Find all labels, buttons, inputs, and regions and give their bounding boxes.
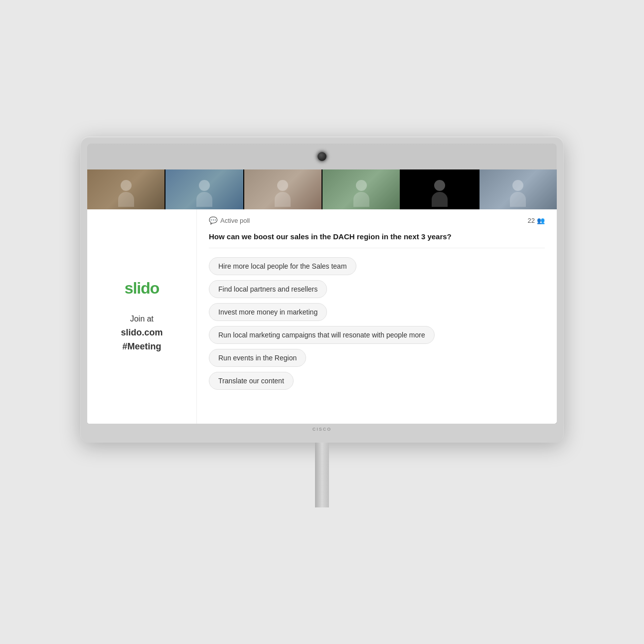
participants-info: 22 👥 bbox=[528, 217, 545, 224]
stand-base bbox=[315, 497, 329, 507]
video-tile bbox=[322, 169, 400, 209]
person-silhouette bbox=[322, 169, 400, 209]
stand-neck bbox=[315, 443, 329, 497]
poll-option-6[interactable]: Translate our content bbox=[209, 372, 294, 390]
monitor-bottom: cisco bbox=[87, 424, 557, 433]
participants-count: 22 bbox=[528, 217, 535, 224]
poll-header: 💬 Active poll 22 👥 bbox=[209, 216, 545, 224]
cisco-logo: cisco bbox=[313, 427, 332, 432]
join-info: Join at slido.com #Meeting bbox=[121, 313, 162, 354]
options-list: Hire more local people for the Sales tea… bbox=[209, 257, 545, 390]
participants-icon: 👥 bbox=[537, 217, 545, 224]
video-strip bbox=[87, 169, 557, 209]
poll-option-5[interactable]: Run events in the Region bbox=[209, 349, 306, 367]
person-silhouette bbox=[401, 169, 478, 209]
video-tile bbox=[480, 169, 557, 209]
screen-bezel: slido Join at slido.com #Meeting 💬 Activ… bbox=[87, 169, 557, 424]
content-area: slido Join at slido.com #Meeting 💬 Activ… bbox=[87, 209, 557, 424]
person-silhouette bbox=[87, 169, 164, 209]
poll-question: How can we boost our sales in the DACH r… bbox=[209, 231, 545, 248]
active-poll-label: Active poll bbox=[220, 217, 250, 224]
slido-hashtag: #Meeting bbox=[121, 339, 162, 354]
poll-option-4[interactable]: Run local marketing campaigns that will … bbox=[209, 326, 435, 344]
monitor: slido Join at slido.com #Meeting 💬 Activ… bbox=[80, 137, 564, 443]
poll-option-3[interactable]: Invest more money in marketing bbox=[209, 303, 327, 321]
slido-logo: slido bbox=[125, 279, 160, 298]
video-tile bbox=[401, 169, 478, 209]
video-tile bbox=[244, 169, 322, 209]
person-silhouette bbox=[244, 169, 322, 209]
join-prefix: Join at bbox=[130, 315, 154, 323]
left-panel: slido Join at slido.com #Meeting bbox=[87, 209, 197, 424]
right-panel: 💬 Active poll 22 👥 How can we boost our … bbox=[197, 209, 557, 424]
camera-icon bbox=[317, 151, 327, 162]
scene: slido Join at slido.com #Meeting 💬 Activ… bbox=[80, 137, 564, 507]
poll-option-1[interactable]: Hire more local people for the Sales tea… bbox=[209, 257, 356, 275]
poll-icon: 💬 bbox=[209, 216, 217, 224]
active-poll-badge: 💬 Active poll bbox=[209, 216, 250, 224]
poll-option-2[interactable]: Find local partners and resellers bbox=[209, 280, 327, 298]
video-tile bbox=[165, 169, 243, 209]
slido-domain: slido.com bbox=[121, 325, 162, 340]
monitor-top-bar bbox=[87, 144, 557, 169]
person-silhouette bbox=[480, 169, 557, 209]
person-silhouette bbox=[165, 169, 243, 209]
video-tile bbox=[87, 169, 164, 209]
